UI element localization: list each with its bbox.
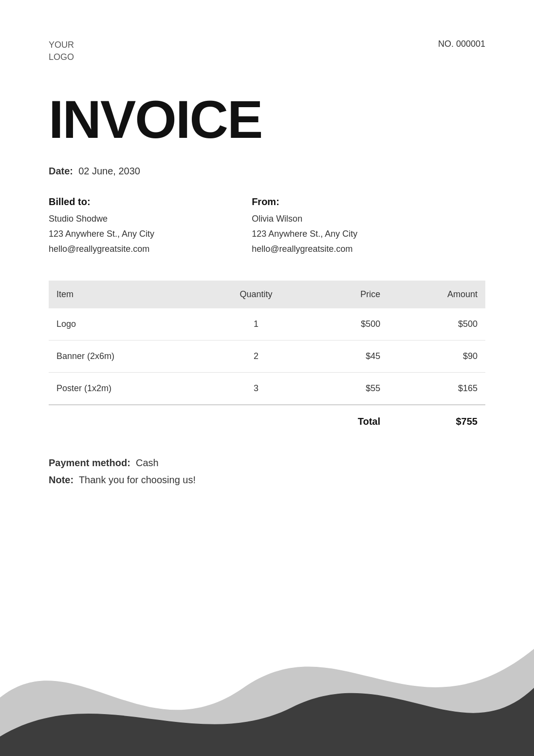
invoice-page: YOUR LOGO NO. 000001 INVOICE Date: 02 Ju… [0,0,534,756]
table-row: Logo 1 $500 $500 [49,308,485,340]
invoice-title: INVOICE [49,93,485,146]
invoice-table: Item Quantity Price Amount Logo 1 $500 $… [49,281,485,438]
invoice-date: Date: 02 June, 2030 [49,166,485,177]
wave-decoration [0,551,534,756]
payment-method: Payment method: Cash [49,457,485,469]
col-item: Item [49,281,205,308]
payment-method-label: Payment method: [49,457,130,468]
row2-quantity: 2 [205,340,307,373]
note: Note: Thank you for choosing us! [49,474,485,486]
billed-to-email: hello@reallygreatsite.com [49,244,149,254]
row3-amount: $165 [388,373,485,405]
col-quantity: Quantity [205,281,307,308]
total-value: $755 [388,405,485,438]
invoice-number: NO. 000001 [438,39,485,49]
billed-to-name: Studio Shodwe [49,214,108,224]
table-row: Banner (2x6m) 2 $45 $90 [49,340,485,373]
row3-price: $55 [307,373,388,405]
col-price: Price [307,281,388,308]
billed-to-address: 123 Anywhere St., Any City [49,229,154,239]
note-label: Note: [49,474,74,485]
invoice-content: YOUR LOGO NO. 000001 INVOICE Date: 02 Ju… [0,0,534,515]
billed-to-block: Billed to: Studio Shodwe 123 Anywhere St… [49,196,154,256]
row2-price: $45 [307,340,388,373]
from-email: hello@reallygreatsite.com [252,244,352,254]
row3-quantity: 3 [205,373,307,405]
row2-item: Banner (2x6m) [49,340,205,373]
table-header: Item Quantity Price Amount [49,281,485,308]
date-label: Date: [49,166,73,176]
row1-item: Logo [49,308,205,340]
payment-method-value: Cash [136,457,159,468]
row2-amount: $90 [388,340,485,373]
row3-item: Poster (1x2m) [49,373,205,405]
row1-price: $500 [307,308,388,340]
row1-quantity: 1 [205,308,307,340]
table-footer: Total $755 [49,405,485,438]
col-amount: Amount [388,281,485,308]
from-label: From: [252,196,357,208]
note-value: Thank you for choosing us! [79,474,196,485]
from-block: From: Olivia Wilson 123 Anywhere St., An… [252,196,357,256]
total-label: Total [307,405,388,438]
logo: YOUR LOGO [49,39,74,63]
from-address: 123 Anywhere St., Any City [252,229,357,239]
payment-section: Payment method: Cash Note: Thank you for… [49,457,485,486]
date-value: 02 June, 2030 [78,166,140,176]
invoice-header: YOUR LOGO NO. 000001 [49,39,485,63]
row1-amount: $500 [388,308,485,340]
table-row: Poster (1x2m) 3 $55 $165 [49,373,485,405]
table-body: Logo 1 $500 $500 Banner (2x6m) 2 $45 $90… [49,308,485,405]
billed-to-label: Billed to: [49,196,154,208]
from-name: Olivia Wilson [252,214,302,224]
billing-section: Billed to: Studio Shodwe 123 Anywhere St… [49,196,485,256]
